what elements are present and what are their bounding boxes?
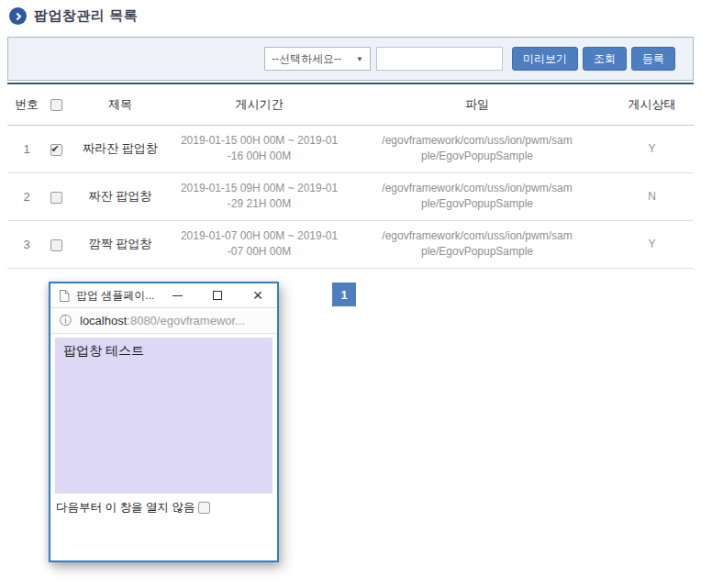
popup-management-page: 팝업창관리 목록 --선택하세요-- ▼ 미리보기 조회 등록 번호 제목 게시… (0, 0, 701, 588)
popup-address-bar[interactable]: ⓘ localhost:8080/egovframewor... (50, 308, 277, 334)
preview-button[interactable]: 미리보기 (512, 47, 578, 71)
page-title: 팝업창관리 목록 (34, 7, 138, 25)
row-checkbox-cell (46, 220, 66, 268)
condition-select-value: --선택하세요-- (272, 51, 341, 67)
row-file: /egovframework/com/uss/ion/pwm/sample/Eg… (344, 172, 610, 220)
row-file: /egovframework/com/uss/ion/pwm/sample/Eg… (344, 125, 610, 172)
popup-content-box: 팝업창 테스트 (55, 338, 273, 494)
table-header-row: 번호 제목 게시기간 파일 게시상태 (7, 83, 694, 125)
popup-titlebar[interactable]: 팝업 샘플페이... × (50, 283, 277, 308)
row-file: /egovframework/com/uss/ion/pwm/sample/Eg… (344, 220, 610, 268)
popup-preview-window: 팝업 샘플페이... × ⓘ localhost:8080/egovframew… (49, 282, 279, 562)
search-panel: --선택하세요-- ▼ 미리보기 조회 등록 (7, 37, 694, 81)
page-header: 팝업창관리 목록 (9, 7, 138, 25)
row-title[interactable]: 짜잔 팝업창 (66, 172, 174, 220)
row-period: 2019-01-15 00H 00M ~ 2019-01-16 00H 00M (174, 125, 344, 172)
dont-open-again-label: 다음부터 이 창을 열지 않음 (56, 500, 195, 516)
row-title[interactable]: 깜짝 팝업창 (66, 220, 174, 268)
dont-open-again-row: 다음부터 이 창을 열지 않음 (55, 500, 273, 516)
search-input[interactable] (376, 47, 503, 71)
row-no: 1 (7, 125, 46, 172)
row-no: 3 (7, 220, 46, 268)
condition-select[interactable]: --선택하세요-- ▼ (264, 47, 371, 71)
row-title[interactable]: 짜라잔 팝업창 (66, 125, 174, 172)
header-file: 파일 (344, 83, 610, 125)
row-no: 2 (7, 172, 46, 220)
header-checkbox-cell (46, 83, 66, 125)
row-checkbox-cell (46, 125, 66, 172)
chevron-down-icon: ▼ (356, 55, 363, 63)
header-no: 번호 (7, 83, 46, 125)
arrow-circle-icon (9, 7, 27, 25)
pagination-page-1[interactable]: 1 (332, 283, 356, 306)
row-status: Y (610, 125, 694, 172)
document-icon (59, 289, 70, 303)
row-period: 2019-01-15 09H 00M ~ 2019-01-29 21H 00M (174, 172, 344, 220)
header-title: 제목 (66, 83, 174, 125)
register-button[interactable]: 등록 (631, 47, 675, 71)
table-row: 2 짜잔 팝업창 2019-01-15 09H 00M ~ 2019-01-29… (7, 172, 694, 220)
popup-list-table: 번호 제목 게시기간 파일 게시상태 1 짜라잔 팝업창 2019-01-15 … (7, 83, 694, 269)
table-row: 1 짜라잔 팝업창 2019-01-15 00H 00M ~ 2019-01-1… (7, 125, 694, 172)
dont-open-again-checkbox[interactable] (198, 502, 210, 514)
header-period: 게시기간 (174, 83, 344, 125)
header-status: 게시상태 (610, 83, 694, 125)
query-button[interactable]: 조회 (583, 47, 627, 71)
select-all-checkbox[interactable] (50, 99, 62, 111)
row-checkbox-cell (46, 172, 66, 220)
row-checkbox[interactable] (50, 144, 62, 156)
row-checkbox[interactable] (50, 239, 62, 251)
row-checkbox[interactable] (50, 192, 62, 204)
table-row: 3 깜짝 팝업창 2019-01-07 00H 00M ~ 2019-01-07… (7, 220, 694, 268)
url-text[interactable]: localhost:8080/egovframewor... (80, 314, 245, 327)
close-icon[interactable]: × (247, 284, 269, 306)
row-status: N (610, 172, 694, 220)
maximize-button[interactable] (206, 284, 228, 306)
popup-window-title: 팝업 샘플페이... (76, 288, 164, 304)
row-status: Y (610, 220, 694, 268)
row-period: 2019-01-07 00H 00M ~ 2019-01-07 00H 00M (174, 220, 344, 268)
minimize-button[interactable] (166, 284, 188, 306)
popup-body: 팝업창 테스트 다음부터 이 창을 열지 않음 (50, 334, 277, 516)
site-info-icon[interactable]: ⓘ (60, 313, 72, 329)
